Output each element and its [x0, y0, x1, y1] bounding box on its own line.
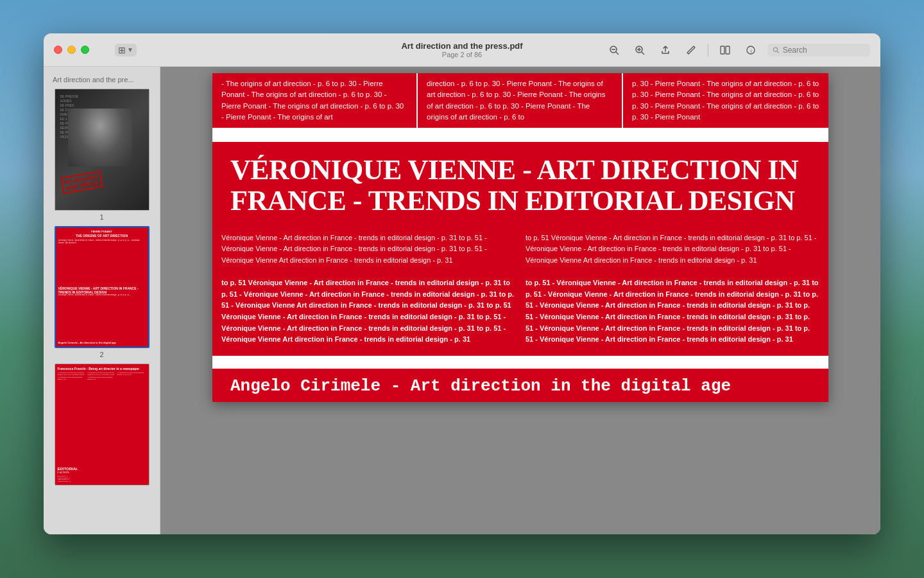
pdf-page: - The origins of art direction - p. 6 to…	[212, 73, 828, 402]
pdf-col-2: direction - p. 6 to p. 30 - Pierre Ponan…	[418, 73, 623, 128]
pdf-section1-title: VÉRONIQUE VIENNE - ART DIRECTION IN FRAN…	[230, 155, 810, 217]
thumb-2-author: PIERRE PONANT	[58, 230, 146, 233]
thumb-2-body2: Véronique Vienne - Art direction in Fran…	[58, 294, 146, 339]
svg-line-12	[777, 51, 779, 53]
minimize-button[interactable]	[67, 46, 76, 54]
thumbnail-3-wrapper: Francesca Franchi - Being art director i…	[47, 363, 156, 486]
traffic-lights	[54, 46, 89, 54]
share-button[interactable]	[656, 41, 674, 59]
svg-rect-8	[726, 46, 730, 54]
maximize-button[interactable]	[81, 46, 89, 54]
titlebar: ⊞ ▼ Art direction and the press.pdf Page…	[44, 33, 880, 67]
thumbnail-2-wrapper: PIERRE PONANT THE ORIGINS OF ART DIRECTI…	[47, 226, 156, 358]
chevron-down-icon: ▼	[127, 46, 133, 53]
info-button[interactable]: i	[742, 41, 760, 59]
search-bar[interactable]	[767, 44, 870, 57]
pdf-content-col1-text: Véronique Vienne - Art direction in Fran…	[221, 232, 515, 346]
pdf-bottom-divider	[212, 356, 828, 369]
edit-button[interactable]	[682, 41, 700, 59]
main-content: Art direction and the pre... DE PRESSEAZ…	[44, 67, 880, 534]
search-icon	[773, 46, 780, 54]
app-window: ⊞ ▼ Art direction and the press.pdf Page…	[44, 33, 880, 534]
close-button[interactable]	[54, 46, 62, 54]
pdf-viewer[interactable]: - The origins of art direction - p. 6 to…	[160, 67, 880, 534]
zoom-in-button[interactable]	[631, 41, 649, 59]
svg-rect-7	[721, 46, 724, 54]
pdf-col-2-text: direction - p. 6 to p. 30 - Pierre Ponan…	[427, 80, 605, 121]
pdf-section1-header: VÉRONIQUE VIENNE - ART DIRECTION IN FRAN…	[212, 142, 828, 232]
pdf-content-col2-text: to p. 51 Véronique Vienne - Art directio…	[526, 232, 819, 346]
thumb-2-angelo: Angelo Cirimele - Art direction in the d…	[58, 341, 146, 344]
thumb-3-cols: Art direction in France trends editorial…	[58, 372, 146, 464]
thumbnail-page-2[interactable]: PIERRE PONANT THE ORIGINS OF ART DIRECTI…	[55, 226, 150, 348]
toolbar-right: i	[605, 41, 870, 59]
search-input[interactable]	[783, 46, 865, 55]
divider	[708, 44, 708, 57]
thumbnail-page-1[interactable]: DE PRESSEAZINESDE PRESDE DIRDIREC...ED 1…	[55, 89, 150, 211]
face-gradient	[68, 109, 132, 166]
page-info: Page 2 of 86	[401, 51, 522, 58]
sidebar-title: Art direction and the pre...	[47, 73, 156, 89]
columns-button[interactable]	[716, 41, 734, 59]
thumb-1-stamp: art directionAND PRESS	[60, 171, 103, 194]
thumb-2-body: Véronique Vienne - Art direction in Fran…	[58, 240, 146, 285]
pdf-col-3-text: p. 30 - Pierre Ponant - The origins of a…	[632, 80, 819, 121]
thumbnail-1-face: DE PRESSEAZINESDE PRESDE DIRDIREC...ED 1…	[55, 89, 149, 210]
pdf-section1-content: Véronique Vienne - Art direction in Fran…	[212, 232, 828, 346]
thumb-3-editorial: EDITORIAL	[58, 467, 146, 471]
sidebar: Art direction and the pre... DE PRESSEAZ…	[44, 67, 160, 534]
thumbnail-1-wrapper: DE PRESSEAZINESDE PRESDE DIRDIREC...ED 1…	[47, 89, 156, 221]
pdf-content-col1: Véronique Vienne - Art direction in Fran…	[221, 232, 515, 346]
thumb-3-col2: Art direction in France trends editorial…	[87, 372, 116, 464]
thumb-3-authors: E. AUTHORS	[58, 471, 146, 474]
pdf-section2-title: Angelo Cirimele - Art direction in the d…	[212, 369, 828, 402]
thumbnail-page-3[interactable]: Francesca Franchi - Being art director i…	[55, 363, 150, 486]
thumb-2-title: THE ORIGINS OF ART DIRECTION	[58, 234, 146, 238]
zoom-out-button[interactable]	[605, 41, 623, 59]
thumb-3-header: Francesca Franchi - Being art director i…	[58, 367, 146, 371]
pdf-col-1-text: - The origins of art direction - p. 6 to…	[221, 80, 404, 121]
thumb-3-col1: Art direction in France trends editorial…	[58, 372, 87, 464]
pdf-top-divider	[212, 129, 828, 142]
svg-point-11	[773, 47, 777, 51]
pdf-col-3: p. 30 - Pierre Ponant - The origins of a…	[623, 73, 828, 128]
svg-line-4	[642, 52, 644, 55]
thumb-2-section: VÉRONIQUE VIENNE - ART DIRECTION IN FRAN…	[58, 286, 146, 294]
svg-line-1	[616, 52, 619, 55]
thumb-2-inner: PIERRE PONANT THE ORIGINS OF ART DIRECTI…	[56, 227, 148, 347]
window-title: Art direction and the press.pdf	[401, 41, 522, 51]
pdf-col-1: - The origins of art direction - p. 6 to…	[212, 73, 418, 128]
thumb-3-inner: Francesca Franchi - Being art director i…	[55, 364, 149, 485]
svg-text:i: i	[750, 48, 752, 54]
view-toggle-button[interactable]: ⊞ ▼	[115, 44, 137, 57]
view-controls: ⊞ ▼	[115, 44, 137, 57]
grid-icon: ⊞	[118, 45, 126, 55]
thumb-1-label: 1	[99, 213, 103, 221]
window-title-group: Art direction and the press.pdf Page 2 o…	[401, 41, 522, 58]
thumb-3-col3: Art direction in France trends editorial…	[117, 372, 146, 464]
thumb-2-label: 2	[99, 351, 103, 358]
thumb-face-image	[68, 109, 132, 166]
pdf-top-section: - The origins of art direction - p. 6 to…	[212, 73, 828, 129]
thumb-3-table: Pierre Ponant....6 Véronique Vienne...31…	[58, 475, 146, 482]
pdf-content-col2: to p. 51 Véronique Vienne - Art directio…	[526, 232, 819, 346]
